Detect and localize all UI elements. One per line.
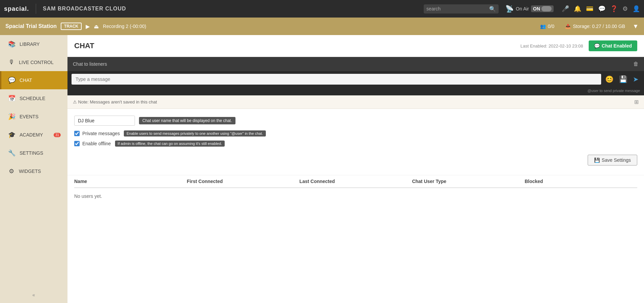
chat-bubble-icon[interactable]: 💬 xyxy=(598,5,606,12)
storage-icon: 📤 xyxy=(565,24,571,29)
sidebar-collapse-button[interactable]: « xyxy=(0,287,67,303)
search-wrap: 🔍 xyxy=(424,4,499,13)
save-settings-text: Save Settings xyxy=(602,157,631,163)
toggle-slider xyxy=(541,6,552,11)
table-header: Name First Connected Last Connected Chat… xyxy=(74,175,637,188)
sidebar-label-events: EVENTS xyxy=(20,114,38,119)
academy-badge: 31 xyxy=(54,133,61,137)
col-first-connected: First Connected xyxy=(187,179,300,184)
sidebar-item-widgets[interactable]: ⚙ WIDGETS xyxy=(0,162,67,180)
col-last-connected: Last Connected xyxy=(300,179,412,184)
sidebar-item-library[interactable]: 📚 LIBRARY xyxy=(0,35,67,53)
chat-icon: 💬 xyxy=(8,77,16,84)
onair-label: On Air xyxy=(516,6,529,11)
table-empty-message: No users yet. xyxy=(74,188,637,204)
events-icon: 🎉 xyxy=(8,113,16,120)
gear-icon[interactable]: ⚙ xyxy=(622,5,628,12)
enable-offline-hint: If admin is offline, the chat can go on … xyxy=(115,141,225,147)
user-icon[interactable]: 👤 xyxy=(633,5,640,12)
storage-text: Storage: 0.27 / 10.00 GB xyxy=(573,24,625,29)
collapse-icon: « xyxy=(32,292,35,298)
library-icon: 📚 xyxy=(8,40,16,48)
sidebar-label-library: LIBRARY xyxy=(20,41,40,47)
sidebar-label-academy: ACADEMY xyxy=(20,132,43,138)
private-message-hint: @user to send private message xyxy=(588,89,640,93)
sidebar-item-academy[interactable]: 🎓 ACADEMY 31 xyxy=(0,126,67,144)
topbar-divider xyxy=(36,4,36,14)
chat-enabled-icon: 💬 xyxy=(594,43,600,49)
track-button[interactable]: TRACK xyxy=(61,23,82,30)
content-area: CHAT Last Enabled: 2022-02-10 23:08 💬 Ch… xyxy=(67,35,644,303)
save-row: 💾 Save Settings xyxy=(74,151,637,168)
question-icon[interactable]: ❓ xyxy=(610,5,618,12)
station-name: Spacial Trial Station xyxy=(5,23,57,29)
recording-text: Recording 2 (-00:00) xyxy=(103,24,146,29)
settings-panel: Chat user name that will be displayed on… xyxy=(67,109,644,175)
mic-icon[interactable]: 🎤 xyxy=(562,5,569,12)
col-name: Name xyxy=(74,179,187,184)
save-settings-button[interactable]: 💾 Save Settings xyxy=(588,155,637,165)
message-input[interactable] xyxy=(72,74,601,85)
note-text: ⚠ Note: Messages aren't saved in this ch… xyxy=(73,99,157,104)
sidebar-item-settings[interactable]: 🔧 SETTINGS xyxy=(0,144,67,162)
sidebar-item-live-control[interactable]: 🎙 LIVE CONTROL xyxy=(0,53,67,71)
note-expand-icon[interactable]: ⊞ xyxy=(634,99,639,105)
on-text: ON xyxy=(533,6,540,11)
save-message-button[interactable]: 💾 xyxy=(618,74,629,85)
ctl-input-row: 😊 💾 ➤ xyxy=(67,71,644,87)
private-messages-checkbox[interactable] xyxy=(74,131,80,136)
search-icon[interactable]: 🔍 xyxy=(489,6,496,12)
dj-name-input[interactable] xyxy=(74,116,135,126)
live-control-icon: 🎙 xyxy=(8,59,15,66)
enable-offline-label: Enable offline xyxy=(82,141,111,146)
academy-icon: 🎓 xyxy=(8,131,16,139)
last-enabled-label: Last Enabled: 2022-02-10 23:08 xyxy=(521,43,583,49)
sidebar-item-events[interactable]: 🎉 EVENTS xyxy=(0,108,67,126)
sidebar-item-chat[interactable]: 💬 CHAT xyxy=(0,71,67,89)
widgets-icon: ⚙ xyxy=(8,168,15,175)
trash-icon[interactable]: 🗑 xyxy=(633,61,639,67)
save-icon: 💾 xyxy=(594,157,600,163)
sidebar-label-settings: SETTINGS xyxy=(20,150,43,156)
play-icon[interactable]: ▶ xyxy=(86,23,90,30)
sidebar-label-schedule: SCHEDULE xyxy=(20,96,45,101)
app-title: SAM BROADCASTER CLOUD xyxy=(43,6,126,12)
private-messages-hint: Enable users to send messages privately … xyxy=(124,130,265,137)
storage-info: 📤 Storage: 0.27 / 10.00 GB xyxy=(565,24,625,29)
top-icons: 🎤 🔔 💳 💬 ❓ ⚙ 👤 xyxy=(562,5,640,12)
chat-enabled-button[interactable]: 💬 Chat Enabled xyxy=(589,40,637,51)
private-messages-row: Private messages Enable users to send me… xyxy=(74,130,637,137)
ctl-footer: @user to send private message xyxy=(67,87,644,95)
col-chat-user-type: Chat User Type xyxy=(412,179,525,184)
onair-wrap: 📡 On Air ON xyxy=(505,5,554,13)
search-input[interactable] xyxy=(426,6,487,11)
stationbar-expand-icon[interactable]: ▼ xyxy=(633,23,639,30)
sidebar-label-chat: CHAT xyxy=(20,78,32,83)
listeners-icon: 👥 xyxy=(540,24,546,29)
dj-name-hint: Chat user name that will be displayed on… xyxy=(139,117,235,124)
topbar: spacial. SAM BROADCASTER CLOUD 🔍 📡 On Ai… xyxy=(0,0,644,18)
emoji-button[interactable]: 😊 xyxy=(604,74,615,85)
dj-name-row: Chat user name that will be displayed on… xyxy=(74,116,637,126)
logo: spacial. xyxy=(4,5,29,12)
card-icon[interactable]: 💳 xyxy=(586,5,593,12)
ctl-header: Chat to listeners 🗑 xyxy=(67,57,644,71)
settings-icon: 🔧 xyxy=(8,149,16,157)
onair-toggle[interactable]: ON xyxy=(531,5,554,12)
sidebar-item-schedule[interactable]: 📅 SCHEDULE xyxy=(0,89,67,108)
stationbar: Spacial Trial Station TRACK ▶ ⏏ Recordin… xyxy=(0,18,644,35)
send-button[interactable]: ➤ xyxy=(632,74,640,85)
schedule-icon: 📅 xyxy=(8,95,16,102)
main-layout: 📚 LIBRARY 🎙 LIVE CONTROL 💬 CHAT 📅 SCHEDU… xyxy=(0,35,644,303)
ctl-title: Chat to listeners xyxy=(73,61,633,67)
enable-offline-row: Enable offline If admin is offline, the … xyxy=(74,141,637,147)
bell-icon[interactable]: 🔔 xyxy=(574,5,581,12)
chat-header: CHAT Last Enabled: 2022-02-10 23:08 💬 Ch… xyxy=(67,35,644,57)
sidebar: 📚 LIBRARY 🎙 LIVE CONTROL 💬 CHAT 📅 SCHEDU… xyxy=(0,35,67,303)
sidebar-label-widgets: WIDGETS xyxy=(19,169,41,174)
enable-offline-checkbox[interactable] xyxy=(74,141,80,146)
listeners-value: 0/0 xyxy=(548,24,554,29)
chat-enabled-text: Chat Enabled xyxy=(602,43,632,49)
chat-page-title: CHAT xyxy=(74,41,515,50)
eject-icon[interactable]: ⏏ xyxy=(94,23,99,30)
